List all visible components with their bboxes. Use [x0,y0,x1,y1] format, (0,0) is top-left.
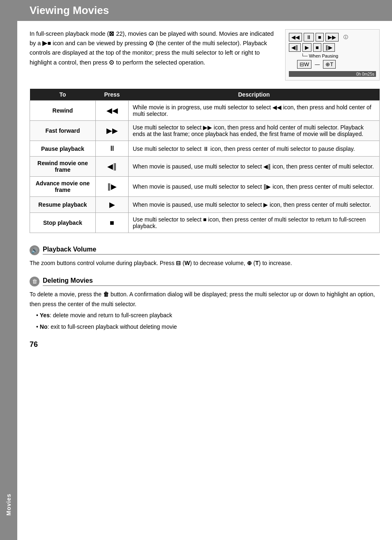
diag-btn-play: ▶ [302,43,311,52]
cell-to: Resume playback [30,197,96,213]
cell-to: Advance movie one frame [30,177,96,197]
control-table: To Press Description Rewind◀◀While movie… [30,89,380,233]
table-row: Resume playback▶When movie is paused, us… [30,197,380,213]
cell-description: When movie is paused, use multi selector… [129,157,380,177]
sidebar-label: Movies [5,494,12,515]
diagram-row-pausing: ⊟W — ⊕T [297,60,376,69]
diag-btn-ff1: ‖▶ [323,43,335,52]
col-header-to: To [30,89,96,101]
cell-to: Stop playback [30,213,96,233]
diag-btn-pause: ⏸ [304,33,314,42]
section-body-volume: The zoom buttons control volume during p… [30,258,380,268]
bullet-no: • No: exit to full-screen playback witho… [36,322,380,332]
cell-to: Rewind [30,101,96,121]
diag-btn-rw1: ◀‖ [289,43,301,52]
diagram-time: 0h 0m25s [356,72,374,76]
table-header-row: To Press Description [30,89,380,101]
cell-description: When movie is paused, use multi selector… [129,177,380,197]
volume-icon: 🔊 [30,245,39,255]
col-header-description: Description [129,89,380,101]
main-content: Viewing Movies In full-screen playback m… [17,0,392,540]
control-diagram: ◀◀ ⏸ ■ ▶▶ ⓘ ◀‖ ▶ ■ ‖▶ └─ When Pausing ⊟W… [285,29,380,81]
diagram-timebar: 0h 0m25s [289,71,376,77]
delete-icon: 🗑 [30,277,39,286]
cell-to: Fast forward [30,121,96,141]
cell-press: ■ [96,213,129,233]
col-header-press: Press [96,89,129,101]
diag-separator: — [313,62,321,67]
table-row: Advance movie one frame‖▶When movie is p… [30,177,380,197]
table-row: Fast forward▶▶Use multi selector to sele… [30,121,380,141]
cell-press: ▶ [96,197,129,213]
diag-btn-zoom-t: ⊕T [323,60,336,69]
section-title-delete: Deleting Movies [43,277,380,286]
cell-press: ◀◀ [96,101,129,121]
intro-text: In full-screen playback mode (⊠ 22), mov… [30,29,277,81]
page-title: Viewing Movies [30,4,380,17]
cell-to: Pause playback [30,141,96,157]
diag-btn-rw: ◀◀ [289,33,302,42]
cell-press: ◀‖ [96,157,129,177]
cell-press: ▶▶ [96,121,129,141]
intro-paragraph: In full-screen playback mode (⊠ 22), mov… [30,30,274,66]
bullet-yes: • Yes: delete movie and return to full-s… [36,311,380,321]
cell-description: While movie is in progress, use multi se… [129,101,380,121]
cell-press: ⏸ [96,141,129,157]
cell-description: Use multi selector to select ■ icon, the… [129,213,380,233]
section-body-delete: To delete a movie, press the 🗑 button. A… [30,290,380,332]
diag-btn-stop2: ■ [313,43,321,52]
table-row: Rewind movie one frame◀‖When movie is pa… [30,157,380,177]
diagram-row-bottom: ◀‖ ▶ ■ ‖▶ [289,43,376,52]
title-bar: Viewing Movies [17,0,392,21]
cell-description: Use multi selector to select ⏸ icon, the… [129,141,380,157]
diag-btn-stop: ■ [316,33,324,42]
when-pausing-label: └─ When Pausing [301,53,376,58]
cell-press: ‖▶ [96,177,129,197]
section-heading-delete: 🗑 Deleting Movies [30,277,380,286]
sidebar: Movies [0,0,17,540]
table-row: Stop playback■Use multi selector to sele… [30,213,380,233]
section-heading-volume: 🔊 Playback Volume [30,245,380,255]
cell-to: Rewind movie one frame [30,157,96,177]
section-title-volume: Playback Volume [43,246,380,255]
diagram-row-top: ◀◀ ⏸ ■ ▶▶ ⓘ [289,33,376,42]
intro-section: In full-screen playback mode (⊠ 22), mov… [30,29,380,81]
diag-info: ⓘ [344,34,348,40]
table-row: Pause playback⏸Use multi selector to sel… [30,141,380,157]
page-number: 76 [30,340,380,349]
cell-description: Use multi selector to select ▶▶ icon, th… [129,121,380,141]
diag-btn-ff: ▶▶ [325,33,339,42]
diag-btn-zoom-w: ⊟W [297,60,311,69]
table-row: Rewind◀◀While movie is in progress, use … [30,101,380,121]
cell-description: When movie is paused, use multi selector… [129,197,380,213]
